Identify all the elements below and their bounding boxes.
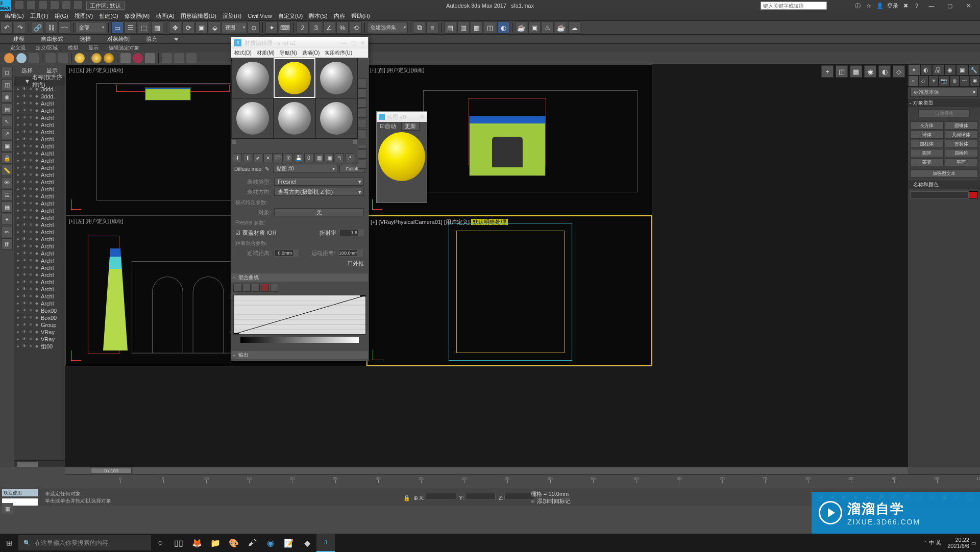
eye-icon[interactable]: 👁: [22, 337, 27, 342]
vp-shade-icon[interactable]: ◐: [878, 65, 891, 78]
angle-snap-button[interactable]: ∠: [323, 21, 335, 34]
globe-icon[interactable]: [91, 53, 102, 63]
matedit-menu-options[interactable]: 选项(O): [302, 49, 320, 57]
menu-civil-view[interactable]: Civil View: [244, 13, 275, 19]
cortana-icon[interactable]: ○: [151, 534, 169, 552]
expand-icon[interactable]: ▸: [16, 108, 21, 113]
freeze-icon[interactable]: ❄: [28, 151, 33, 156]
freeze-icon[interactable]: ❄: [28, 237, 33, 242]
expand-icon[interactable]: ▸: [16, 187, 21, 192]
menu-tools[interactable]: 工具(T): [27, 12, 52, 20]
expand-icon[interactable]: ▸: [16, 165, 21, 170]
eye-icon[interactable]: 👁: [22, 208, 27, 213]
eye-icon[interactable]: 👁: [22, 101, 27, 106]
rotate-button[interactable]: ⟳: [182, 21, 194, 34]
unlink-button[interactable]: ⛓: [45, 21, 57, 34]
freeze-icon[interactable]: ❄: [28, 144, 33, 149]
selection-filter-dropdown[interactable]: 全部: [76, 22, 106, 33]
expand-icon[interactable]: ▸: [16, 201, 21, 206]
eye-icon[interactable]: 👁: [22, 308, 27, 313]
sub-define-flow[interactable]: 定义流: [5, 44, 31, 52]
app-icon[interactable]: ◆: [298, 534, 316, 552]
align-button[interactable]: ≡: [426, 21, 438, 34]
scene-item[interactable]: ▸👁❄◆3ddd.: [14, 93, 65, 100]
scene-item[interactable]: ▸👁❄◆Box00: [14, 307, 65, 314]
category-dropdown[interactable]: 标准基本体: [910, 88, 978, 97]
scene-item[interactable]: ▸👁❄◆ArchI: [14, 136, 65, 143]
scene-item[interactable]: ▸👁❄◆ArchI: [14, 150, 65, 157]
viewport-camera[interactable]: [+] [VRayPhysicalCamera01] [用户定义] 默认明暗处理: [366, 215, 652, 366]
mat-id-channel-icon[interactable]: 0: [304, 153, 313, 162]
map-name-dropdown[interactable]: 贴图 #0: [273, 165, 337, 173]
viewport-layout-icon[interactable]: ▦: [2, 503, 13, 514]
app-logo[interactable]: 3 MAX: [0, 0, 11, 11]
eye-icon[interactable]: 👁: [22, 294, 27, 299]
explorer-icon[interactable]: 📁: [206, 534, 225, 552]
primitive-button[interactable]: 球体: [910, 131, 944, 139]
scene-item[interactable]: ▸👁❄◆ArchI: [14, 300, 65, 307]
pick-object-button[interactable]: 无: [274, 208, 364, 216]
expand-icon[interactable]: ▸: [16, 137, 21, 142]
menu-animation[interactable]: 动画(A): [153, 12, 178, 20]
vp-safe-icon[interactable]: ◉: [864, 65, 876, 78]
video-check-icon[interactable]: [358, 119, 367, 128]
area-icon[interactable]: [16, 53, 27, 63]
eye-icon[interactable]: 👁: [22, 187, 27, 192]
scene-item[interactable]: ▸👁❄◆ArchI: [14, 129, 65, 136]
expand-icon[interactable]: ▸: [16, 222, 21, 228]
uv-tiling-icon[interactable]: [358, 109, 367, 118]
freeze-icon[interactable]: ❄: [28, 265, 33, 270]
freeze-icon[interactable]: ❄: [28, 137, 33, 142]
expand-icon[interactable]: ▸: [16, 130, 21, 135]
freeze-icon[interactable]: ❄: [28, 272, 33, 278]
vt-arrow-icon[interactable]: ↖: [2, 116, 13, 127]
scene-item[interactable]: ▸👁❄◆VRay: [14, 336, 65, 343]
qat-project-icon[interactable]: [74, 1, 82, 9]
render-setup-button[interactable]: ☕: [515, 21, 527, 34]
menu-customize[interactable]: 自定义(U): [275, 12, 306, 20]
menu-graph-editors[interactable]: 图形编辑器(D): [178, 12, 219, 20]
scene-item[interactable]: ▸👁❄◆3ddd.: [14, 86, 65, 93]
eye-icon[interactable]: 👁: [22, 215, 27, 220]
snap-3d-button[interactable]: 3: [310, 21, 322, 34]
spinner-snap-button[interactable]: ⟲: [350, 21, 362, 34]
sim-play-icon[interactable]: [45, 53, 56, 63]
sample-slot-6[interactable]: [316, 98, 357, 138]
curve-move-icon[interactable]: [233, 284, 241, 292]
render-production-button[interactable]: ☕: [555, 21, 567, 34]
scene-item[interactable]: ▸👁❄◆ArchI: [14, 221, 65, 229]
scene-item[interactable]: ▸👁❄◆ArchI: [14, 214, 65, 221]
seat-icon[interactable]: [29, 53, 39, 63]
scene-item[interactable]: ▸👁❄◆ArchI: [14, 100, 65, 107]
autogrid-check[interactable]: 自动栅格: [918, 109, 970, 117]
primitive-button[interactable]: 茶壶: [910, 158, 944, 166]
eye-icon[interactable]: 👁: [22, 122, 27, 128]
freeze-icon[interactable]: ❄: [28, 251, 33, 256]
scene-item[interactable]: ▸👁❄◆ArchI: [14, 257, 65, 264]
exchange-icon[interactable]: ✖: [901, 2, 910, 10]
sample-slot-5[interactable]: [274, 98, 315, 138]
material-editor-titlebar[interactable]: 3 材质编辑器 - shaFa1 — ▢ ✕: [231, 37, 368, 48]
scene-item[interactable]: ▸👁❄◆ArchI: [14, 271, 65, 279]
primitive-button[interactable]: 长方体: [910, 121, 944, 130]
primitive-button[interactable]: 几何球体: [945, 131, 978, 139]
freeze-icon[interactable]: ❄: [28, 287, 33, 292]
backlight-icon[interactable]: [358, 88, 367, 97]
eye-icon[interactable]: 👁: [22, 151, 27, 156]
select-by-mat-icon[interactable]: [358, 149, 367, 159]
keyboard-shortcut-button[interactable]: ⌨: [279, 21, 291, 34]
subtab-systems-icon[interactable]: ✱: [970, 76, 980, 87]
expand-icon[interactable]: ▸: [16, 287, 21, 292]
tab-utilities-icon[interactable]: 🔧: [968, 64, 981, 76]
expand-icon[interactable]: ▸: [16, 244, 21, 249]
expand-icon[interactable]: ▸: [16, 280, 21, 285]
scene-explorer[interactable]: 选择 显示 ▼ 名称(按升序排序) ▸👁❄◆3ddd.▸👁❄◆3ddd.▸👁❄◆…: [14, 64, 65, 467]
scene-item[interactable]: ▸👁❄◆VRay: [14, 329, 65, 336]
mix-curve-rollout[interactable]: 混合曲线: [231, 273, 368, 282]
coord-y-input[interactable]: [465, 493, 496, 500]
expand-icon[interactable]: ▸: [16, 180, 21, 185]
pick-map-icon[interactable]: ✎: [265, 166, 273, 172]
expand-icon[interactable]: ▸: [16, 308, 21, 313]
auto-update-check[interactable]: ☑: [380, 123, 385, 130]
scene-item[interactable]: ▸👁❄◆ArchI: [14, 114, 65, 121]
